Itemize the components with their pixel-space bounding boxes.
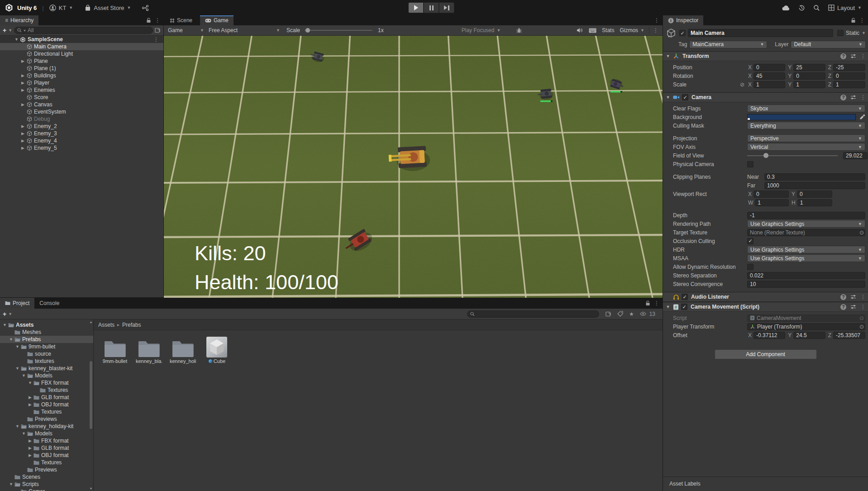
object-field-player-transform[interactable]: Player (Transform)⊙	[747, 323, 865, 330]
search-icon[interactable]	[813, 5, 820, 11]
pause-button[interactable]	[424, 2, 439, 13]
project-add-button[interactable]: +	[3, 310, 6, 318]
stats-toggle[interactable]: Stats	[602, 27, 614, 33]
hierarchy-item-debug[interactable]: Debug	[0, 115, 163, 123]
search-by-type-icon[interactable]	[606, 311, 611, 317]
expand-icon[interactable]: ▶	[27, 439, 33, 443]
project-tree-item-textures[interactable]: textures	[0, 358, 93, 365]
project-tree-item-textures[interactable]: Textures	[0, 459, 93, 466]
tag-dropdown[interactable]: MainCamera▼	[689, 41, 767, 48]
field-x[interactable]: 0	[754, 191, 789, 198]
component-menu-icon[interactable]: ⋮	[860, 294, 866, 300]
tab-console[interactable]: Console	[34, 298, 64, 309]
object-picker-icon[interactable]: ⊙	[859, 229, 864, 236]
expand-icon[interactable]: ▶	[20, 88, 26, 92]
hierarchy-item-enemies[interactable]: ▶Enemies	[0, 86, 163, 94]
project-tree-item-textures[interactable]: Textures	[0, 386, 93, 394]
expand-icon[interactable]: ▶	[20, 146, 26, 150]
transform-header[interactable]: ▼ Transform ? ⋮	[663, 51, 868, 61]
tab-inspector[interactable]: Inspector	[663, 15, 703, 25]
scale-slider[interactable]	[305, 30, 372, 31]
field-stereo-separation[interactable]: 0.022	[747, 272, 865, 279]
gizmos-dropdown[interactable]: Gizmos ▼	[620, 27, 644, 33]
scrollbar-thumb[interactable]	[90, 361, 92, 429]
hierarchy-add-caret-icon[interactable]: ▼	[8, 28, 12, 33]
dropdown-projection[interactable]: Perspective▼	[747, 134, 865, 142]
layer-dropdown[interactable]: Default▼	[791, 41, 866, 48]
hierarchy-item-plane-1-[interactable]: Plane (1)	[0, 65, 163, 72]
expand-icon[interactable]: ▼	[8, 482, 14, 486]
search-by-label-icon[interactable]	[617, 311, 623, 317]
object-picker-icon[interactable]: ⊙	[859, 315, 864, 321]
dropdown-culling-mask[interactable]: Everything▼	[747, 122, 865, 129]
expand-icon[interactable]: ▶	[20, 131, 26, 136]
field-x[interactable]: 1	[754, 81, 785, 88]
project-tree-item-kenney-holiday-kit[interactable]: ▼kenney_holiday-kit	[0, 423, 93, 430]
project-search-input[interactable]	[467, 310, 599, 318]
lock-icon[interactable]	[146, 18, 151, 23]
hierarchy-item-buildings[interactable]: ▶Buildings	[0, 72, 163, 79]
field-h[interactable]: 1	[797, 199, 832, 206]
account-menu[interactable]: KT ▼	[49, 5, 73, 11]
expand-icon[interactable]: ▶	[20, 102, 26, 107]
project-tree-item-models[interactable]: ▼Models	[0, 430, 93, 437]
hierarchy-add-button[interactable]: +	[3, 27, 6, 34]
project-add-caret-icon[interactable]: ▼	[8, 312, 12, 316]
field-far[interactable]: 1000	[764, 182, 865, 189]
presets-icon[interactable]	[850, 294, 856, 300]
hierarchy-item-enemy-5[interactable]: ▶Enemy_5	[0, 144, 163, 152]
expand-icon[interactable]: ▼	[21, 373, 27, 378]
project-tree-item-models[interactable]: ▼Models	[0, 372, 93, 379]
project-item-9mm-bullet[interactable]: 9mm-bullet	[102, 335, 128, 364]
expand-icon[interactable]: ▼	[27, 381, 33, 385]
tab-hierarchy[interactable]: ≡ Hierarchy	[0, 15, 38, 25]
field-x[interactable]: 45	[754, 72, 785, 80]
game-viewport[interactable]: Kills: 20 Health: 100/100	[164, 36, 663, 298]
field-z[interactable]: -25.33507	[833, 332, 865, 339]
aspect-dropdown[interactable]: Free Aspect ▼	[209, 27, 280, 33]
fold-icon[interactable]: ▼	[665, 305, 671, 309]
field-z[interactable]: 1	[833, 81, 865, 88]
scroll-down-icon[interactable]: ▼	[89, 487, 93, 490]
history-icon[interactable]	[798, 5, 805, 11]
project-lock-icon[interactable]	[645, 300, 650, 306]
play-button[interactable]	[408, 2, 424, 13]
scale-slider-knob[interactable]	[305, 28, 310, 33]
tab-scene[interactable]: Scene	[165, 15, 197, 25]
game-tab-menu-icon[interactable]: ⋮	[654, 17, 659, 24]
expand-icon[interactable]: ▶	[20, 59, 26, 63]
expand-icon[interactable]: ▶	[20, 81, 26, 85]
asset-store-menu[interactable]: Asset Store ▼	[85, 5, 131, 11]
expand-icon[interactable]: ▶	[27, 395, 33, 400]
project-tree-item-assets[interactable]: ▼Assets	[0, 321, 93, 329]
project-tree-item-camer[interactable]: Camer	[0, 488, 93, 491]
project-tree-item-kenney-blaster-kit[interactable]: ▼kenney_blaster-kit	[0, 365, 93, 372]
project-tree-scrollbar[interactable]: ▲ ▼	[89, 320, 93, 490]
active-checkbox[interactable]: ✓	[679, 30, 686, 36]
hierarchy-item-eventsystem[interactable]: EventSystem	[0, 108, 163, 115]
script-enabled-checkbox[interactable]: ✓	[681, 304, 687, 310]
help-icon[interactable]: ?	[840, 53, 846, 59]
project-tree-item-obj-format[interactable]: ▶OBJ format	[0, 401, 93, 408]
expand-icon[interactable]: ▼	[8, 337, 14, 342]
hierarchy-item-player[interactable]: ▶Player	[0, 79, 163, 86]
project-tree-item-textures[interactable]: Textures	[0, 408, 93, 415]
field-z[interactable]: -25	[833, 64, 865, 71]
expand-icon[interactable]: ▶	[27, 453, 33, 458]
expand-icon[interactable]: ▶	[20, 73, 26, 78]
scene-picker-icon[interactable]	[155, 28, 161, 33]
dropdown-rendering-path[interactable]: Use Graphics Settings▼	[747, 220, 865, 228]
hierarchy-item-enemy-3[interactable]: ▶Enemy_3	[0, 130, 163, 137]
inspector-lock-icon[interactable]	[851, 18, 856, 23]
component-menu-icon[interactable]: ⋮	[860, 94, 866, 100]
fold-icon[interactable]: ▼	[665, 95, 671, 100]
object-field-script[interactable]: #CameraMovement⊙	[747, 315, 865, 322]
tab-game[interactable]: Game	[200, 15, 234, 25]
field-x[interactable]: 0	[754, 64, 785, 71]
dropdown-hdr[interactable]: Use Graphics Settings▼	[747, 246, 865, 253]
step-button[interactable]	[439, 2, 454, 13]
project-tree-item-meshes[interactable]: Meshes	[0, 329, 93, 336]
project-tree-item-scripts[interactable]: ▼Scripts	[0, 481, 93, 488]
inspector-menu-icon[interactable]: ⋮	[859, 17, 865, 24]
help-icon[interactable]: ?	[840, 95, 846, 100]
